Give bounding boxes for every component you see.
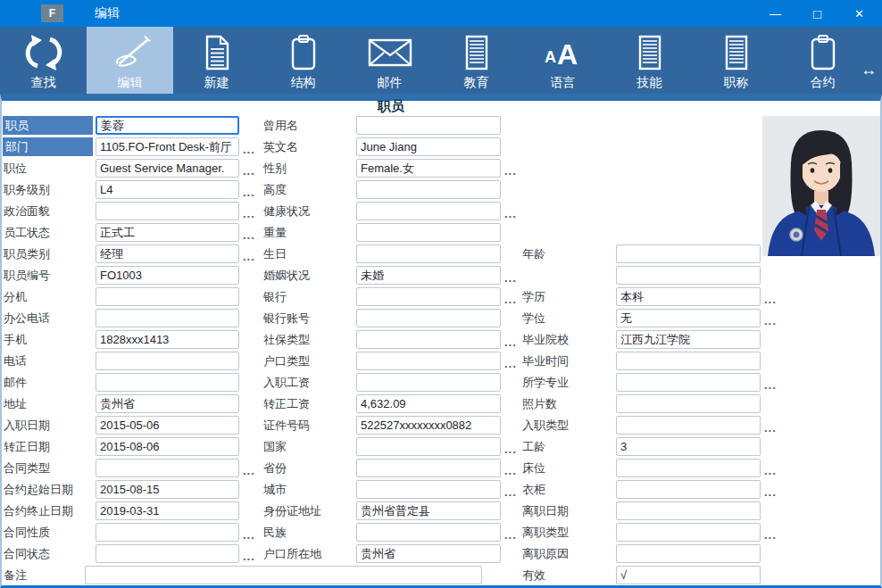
field-input[interactable] (616, 459, 761, 477)
field-input[interactable] (96, 480, 239, 499)
lookup-button[interactable]: ... (243, 166, 255, 178)
field-input[interactable] (96, 416, 239, 435)
field-input[interactable] (96, 223, 239, 242)
field-input[interactable] (356, 309, 501, 327)
field-input[interactable] (616, 523, 761, 542)
field-input[interactable] (96, 394, 239, 413)
field-input[interactable] (616, 544, 761, 563)
toolbar-tab-skills[interactable]: 技能 (606, 27, 693, 94)
field-input[interactable] (96, 287, 239, 306)
field-input[interactable] (96, 373, 239, 392)
toolbar-tab-language[interactable]: AA语言 (520, 27, 606, 94)
field-input[interactable] (96, 501, 239, 520)
field-input[interactable] (356, 287, 501, 306)
lookup-button[interactable]: ... (243, 145, 255, 157)
field-input[interactable] (616, 373, 761, 392)
field-input[interactable] (96, 523, 239, 542)
toolbar-tab-education[interactable]: 教育 (433, 27, 520, 94)
field-input[interactable] (96, 309, 239, 327)
lookup-button[interactable]: ... (243, 530, 255, 542)
field-input[interactable] (616, 266, 761, 285)
lookup-button[interactable]: ... (504, 487, 517, 500)
toolbar-tab-mail[interactable]: 邮件 (346, 27, 433, 94)
field-input[interactable] (616, 244, 761, 263)
field-input[interactable] (356, 180, 501, 199)
lookup-button[interactable]: ... (243, 551, 255, 564)
lookup-button[interactable]: ... (764, 423, 777, 435)
lookup-button[interactable]: ... (504, 166, 517, 178)
field-input[interactable] (356, 416, 501, 435)
field-input[interactable] (96, 459, 239, 477)
field-input[interactable] (96, 244, 239, 263)
field-input[interactable] (96, 137, 239, 156)
field-input[interactable] (356, 437, 501, 456)
minimize-button[interactable]: — (754, 0, 796, 27)
field-input[interactable] (616, 394, 761, 413)
field-input[interactable] (616, 416, 761, 435)
toolbar-tab-contract[interactable]: 合约 (779, 27, 866, 94)
field-input[interactable] (356, 501, 501, 520)
lookup-button[interactable]: ... (504, 209, 517, 221)
field-input[interactable] (96, 352, 239, 370)
toolbar-tab-find[interactable]: 查找 (0, 27, 87, 94)
field-input[interactable] (356, 137, 501, 156)
field-input[interactable] (356, 394, 501, 413)
field-input[interactable] (616, 352, 761, 370)
lookup-button[interactable]: ... (243, 187, 255, 200)
field-input[interactable] (616, 437, 761, 456)
toolbar-tab-new[interactable]: 新建 (173, 27, 260, 94)
lookup-button[interactable]: ... (504, 530, 517, 542)
expand-arrow-icon[interactable]: ↔ (861, 61, 877, 79)
field-input[interactable] (356, 373, 501, 392)
lookup-button[interactable]: ... (243, 466, 255, 478)
field-input[interactable] (356, 223, 501, 242)
field-input[interactable] (616, 330, 761, 349)
lookup-button[interactable]: ... (504, 294, 517, 307)
field-input[interactable] (356, 352, 501, 370)
field-input[interactable] (96, 437, 239, 456)
field-input[interactable] (356, 116, 501, 135)
field-input[interactable] (96, 266, 239, 285)
field-input[interactable] (616, 566, 761, 584)
lookup-button[interactable]: ... (764, 380, 777, 393)
field-input[interactable] (96, 330, 239, 349)
field-input[interactable] (616, 480, 761, 499)
field-input[interactable] (356, 244, 501, 263)
lookup-button[interactable]: ... (764, 466, 777, 478)
field-input[interactable] (85, 566, 482, 584)
toolbar-tab-job-title[interactable]: 职称 (693, 27, 779, 94)
field-input[interactable] (356, 544, 501, 563)
field-input[interactable] (616, 309, 761, 327)
lookup-button[interactable]: ... (504, 337, 517, 350)
field-input[interactable] (356, 330, 501, 349)
field-input[interactable] (616, 287, 761, 306)
field-input[interactable] (356, 523, 501, 542)
field-input[interactable] (356, 266, 501, 285)
maximize-button[interactable]: □ (796, 0, 838, 27)
field-input[interactable] (96, 544, 239, 563)
lookup-button[interactable]: ... (243, 209, 255, 221)
field-input[interactable] (356, 159, 501, 178)
lookup-button[interactable]: ... (243, 230, 255, 243)
lookup-button[interactable]: ... (764, 530, 777, 542)
field-input[interactable] (96, 180, 239, 199)
lookup-button[interactable]: ... (243, 252, 255, 264)
field-input[interactable] (96, 202, 239, 220)
field-input[interactable] (96, 116, 239, 135)
lookup-button[interactable]: ... (764, 294, 777, 307)
lookup-button[interactable]: ... (504, 444, 517, 457)
field-label: 照片数 (522, 394, 557, 413)
field-input[interactable] (356, 202, 501, 220)
lookup-button[interactable]: ... (504, 273, 517, 286)
lookup-button[interactable]: ... (504, 359, 517, 371)
toolbar-tab-structure[interactable]: 结构 (260, 27, 346, 94)
field-input[interactable] (356, 480, 501, 499)
lookup-button[interactable]: ... (764, 487, 777, 500)
lookup-button[interactable]: ... (504, 466, 517, 478)
field-input[interactable] (616, 501, 761, 520)
toolbar-tab-edit[interactable]: 编辑 (87, 27, 173, 94)
field-input[interactable] (96, 159, 239, 178)
close-button[interactable]: ✕ (838, 0, 880, 27)
field-input[interactable] (356, 459, 501, 477)
lookup-button[interactable]: ... (764, 316, 777, 328)
